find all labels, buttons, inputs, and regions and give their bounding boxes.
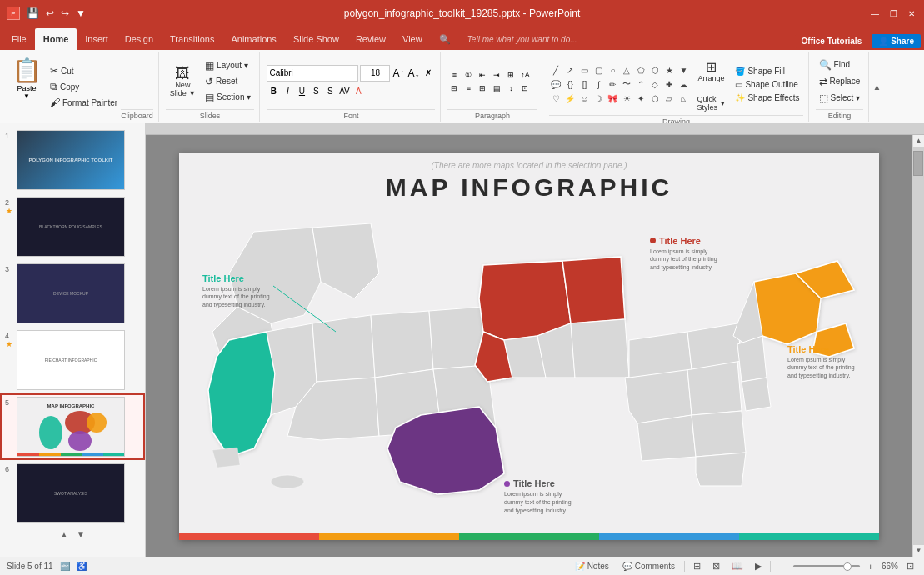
scroll-track[interactable] xyxy=(913,147,924,545)
tab-home[interactable]: Home xyxy=(35,28,77,50)
align-center-button[interactable]: ≡ xyxy=(462,82,475,94)
quick-styles-button[interactable]: Quick Styles ▾ xyxy=(692,92,729,115)
shape-circle[interactable]: ○ xyxy=(606,63,619,77)
align-left-button[interactable]: ⊟ xyxy=(447,82,461,94)
slide-canvas[interactable]: (There are more maps located in the sele… xyxy=(179,152,879,540)
slide-thumb-5[interactable]: MAP INFOGRAPHIC xyxy=(17,397,125,457)
para-more-button[interactable]: ⊡ xyxy=(518,82,532,94)
tab-slideshow[interactable]: Slide Show xyxy=(285,28,347,50)
shape-arrow[interactable]: ↗ xyxy=(563,63,577,77)
shape-moon[interactable]: ☽ xyxy=(592,92,605,105)
normal-view-button[interactable]: ⊞ xyxy=(690,559,704,573)
tab-view[interactable]: View xyxy=(394,28,431,50)
ribbon-scroll-right[interactable]: ▲ xyxy=(871,52,882,122)
decrease-indent-button[interactable]: ⇤ xyxy=(476,69,489,81)
line-spacing-button[interactable]: ↕ xyxy=(504,82,517,94)
shape-effects-button[interactable]: ✨Shape Effects xyxy=(732,92,802,104)
columns-button[interactable]: ⊞ xyxy=(504,69,517,81)
tab-review[interactable]: Review xyxy=(347,28,394,50)
font-name-input[interactable] xyxy=(267,65,358,82)
shape-cross[interactable]: ✚ xyxy=(662,78,676,91)
clear-format-button[interactable]: ✗ xyxy=(422,67,435,80)
comments-button[interactable]: 💬 Comments xyxy=(618,560,679,572)
copy-button[interactable]: ⧉Copy xyxy=(47,79,121,94)
undo-icon[interactable]: ↩ xyxy=(44,6,56,21)
italic-button[interactable]: I xyxy=(281,85,294,98)
redo-icon[interactable]: ↪ xyxy=(59,6,71,21)
slide-sorter-button[interactable]: ⊠ xyxy=(709,559,723,573)
share-button[interactable]: 👤 Share xyxy=(872,34,921,48)
reset-button[interactable]: ↺Reset xyxy=(202,74,254,89)
align-right-button[interactable]: ⊞ xyxy=(476,82,489,94)
slide-item-3[interactable]: 3 DEVICE MOCKUP xyxy=(0,260,145,327)
slide-thumb-2[interactable]: BLACKTHORN POLIG SAMPLES xyxy=(17,197,125,257)
shape-brace[interactable]: [] xyxy=(577,78,591,91)
cut-button[interactable]: ✂Cut xyxy=(47,63,121,78)
format-painter-button[interactable]: 🖌Format Painter xyxy=(47,95,121,110)
increase-font-button[interactable]: A↑ xyxy=(392,67,405,80)
new-slide-button[interactable]: 🖼 New Slide ▼ xyxy=(166,58,200,106)
slide-thumb-1[interactable]: POLYGON INFOGRAPHIC TOOLKIT xyxy=(17,130,125,190)
shape-pentagon[interactable]: ⬠ xyxy=(634,63,647,77)
shape-line[interactable]: ╱ xyxy=(549,63,562,77)
close-button[interactable]: ✕ xyxy=(906,8,917,19)
fit-slide-button[interactable]: ⊡ xyxy=(903,559,917,573)
bullet-list-button[interactable]: ≡ xyxy=(447,69,461,81)
slide-item-1[interactable]: 1 POLYGON INFOGRAPHIC TOOLKIT xyxy=(0,127,145,193)
shape-heart[interactable]: ♡ xyxy=(549,92,562,105)
layout-button[interactable]: ▦Layout ▾ xyxy=(202,58,254,73)
zoom-slider[interactable] xyxy=(793,565,860,568)
shape-parallelogram[interactable]: ▱ xyxy=(662,92,676,105)
help-icon[interactable]: 🔍 xyxy=(431,28,459,50)
underline-button[interactable]: U xyxy=(295,85,308,98)
paste-button[interactable]: 📋 Paste ▼ xyxy=(8,53,45,103)
shape-diamond[interactable]: ◇ xyxy=(648,78,662,91)
shape-curve[interactable]: ∫ xyxy=(592,78,605,91)
restore-button[interactable]: ❐ xyxy=(887,8,899,19)
reading-view-button[interactable]: 📖 xyxy=(728,559,747,573)
slide-item-6[interactable]: 6 SWOT ANALYSIS xyxy=(0,460,145,527)
shape-chevron[interactable]: ⌃ xyxy=(634,78,647,91)
slideshow-view-button[interactable]: ▶ xyxy=(752,559,765,573)
numbered-list-button[interactable]: ① xyxy=(462,69,475,81)
shadow-button[interactable]: S xyxy=(323,85,337,98)
replace-button[interactable]: ⇄Replace xyxy=(816,74,864,89)
shape-hexagon[interactable]: ⬡ xyxy=(648,63,662,77)
increase-indent-button[interactable]: ⇥ xyxy=(490,69,503,81)
tab-transitions[interactable]: Transitions xyxy=(162,28,222,50)
shape-ribbon[interactable]: 🎀 xyxy=(606,92,619,105)
font-color-button[interactable]: A xyxy=(352,85,365,98)
slide-thumb-4[interactable]: PIE CHART INFOGRAPHIC xyxy=(17,330,125,390)
zoom-level[interactable]: 66% xyxy=(882,562,898,571)
scroll-down-button[interactable]: ▼ xyxy=(913,545,924,557)
arrange-button[interactable]: ⊞ Arrange xyxy=(692,53,729,90)
find-button[interactable]: 🔍Find xyxy=(816,58,864,72)
shape-more[interactable]: ▼ xyxy=(677,63,690,77)
tab-design[interactable]: Design xyxy=(117,28,162,50)
slide-item-2[interactable]: 2 ★ BLACKTHORN POLIG SAMPLES xyxy=(0,193,145,260)
shape-callout[interactable]: 💬 xyxy=(549,78,562,91)
section-button[interactable]: ▤Section▾ xyxy=(202,90,254,105)
shape-lightning[interactable]: ⚡ xyxy=(563,92,577,105)
strikethrough-button[interactable]: S xyxy=(309,85,322,98)
office-tutorials-button[interactable]: Office Tutorials xyxy=(795,34,869,48)
shape-octagon[interactable]: ⬡ xyxy=(648,92,662,105)
shape-fill-button[interactable]: 🪣Shape Fill xyxy=(732,65,802,78)
slide-thumb-6[interactable]: SWOT ANALYSIS xyxy=(17,463,125,523)
shape-smile[interactable]: ☺ xyxy=(577,92,591,105)
save-icon[interactable]: 💾 xyxy=(25,6,41,21)
slide-thumb-3[interactable]: DEVICE MOCKUP xyxy=(17,263,125,323)
decrease-font-button[interactable]: A↓ xyxy=(407,67,420,80)
customize-icon[interactable]: ▼ xyxy=(74,6,87,21)
shape-rect[interactable]: ▭ xyxy=(577,63,591,77)
shape-bracket[interactable]: {} xyxy=(563,78,577,91)
scroll-up-button[interactable]: ▲ xyxy=(60,530,68,539)
scroll-down-button[interactable]: ▼ xyxy=(77,530,85,539)
slide-item-4[interactable]: 4 ★ PIE CHART INFOGRAPHIC xyxy=(0,327,145,393)
scroll-thumb[interactable] xyxy=(913,151,923,176)
zoom-thumb[interactable] xyxy=(843,562,852,571)
accessibility-icon[interactable]: ♿ xyxy=(77,562,87,571)
spell-check-icon[interactable]: 🔤 xyxy=(60,562,70,571)
tell-me-input[interactable]: Tell me what you want to do... xyxy=(459,28,586,50)
shape-rounded-rect[interactable]: ▢ xyxy=(592,63,605,77)
